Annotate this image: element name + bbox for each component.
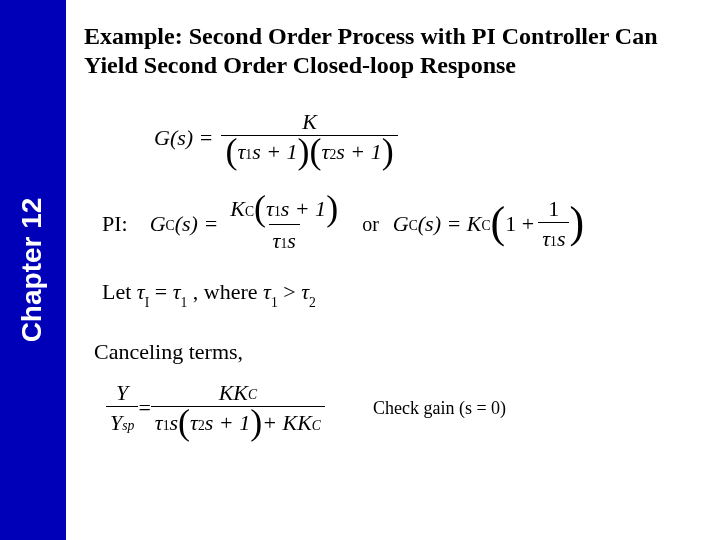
ysp-lhs: Y Ysp xyxy=(106,381,138,435)
chapter-label: Chapter 12 xyxy=(16,0,48,540)
sidebar: Chapter 12 xyxy=(0,0,66,540)
pi-paren-group: ( 1 + 1 τ1s ) xyxy=(491,197,584,251)
g-den: ( τ1s + 1 )( τ2s + 1 ) xyxy=(221,135,397,167)
slide-content: Example: Second Order Process with PI Co… xyxy=(66,0,720,540)
equation-ysp: Y Ysp = KKC τ1s ( τ2s + 1 ) + KKC xyxy=(106,379,700,438)
pi-fraction-1: KC ( τ1s + 1 ) τ1s xyxy=(226,195,342,254)
g-fraction: K ( τ1s + 1 )( τ2s + 1 ) xyxy=(221,110,397,167)
check-gain: Check gain (s = 0) xyxy=(373,398,506,419)
equation-pi: PI: GC(s) = KC ( τ1s + 1 ) τ1s or GC( xyxy=(102,195,700,254)
ysp-rhs: KKC τ1s ( τ2s + 1 ) + KKC xyxy=(151,379,325,438)
pi-fraction-2: 1 τ1s xyxy=(538,197,569,251)
let-line: Let τI = τ1 , where τ1 > τ2 xyxy=(102,279,700,308)
g-lhs: G(s) = xyxy=(154,125,213,151)
pi-or: or xyxy=(362,213,379,236)
page-title: Example: Second Order Process with PI Co… xyxy=(84,22,700,80)
canceling-terms: Canceling terms, xyxy=(94,339,700,365)
pi-label: PI: xyxy=(102,211,128,237)
equation-g: G(s) = K ( τ1s + 1 )( τ2s + 1 ) xyxy=(154,110,700,167)
